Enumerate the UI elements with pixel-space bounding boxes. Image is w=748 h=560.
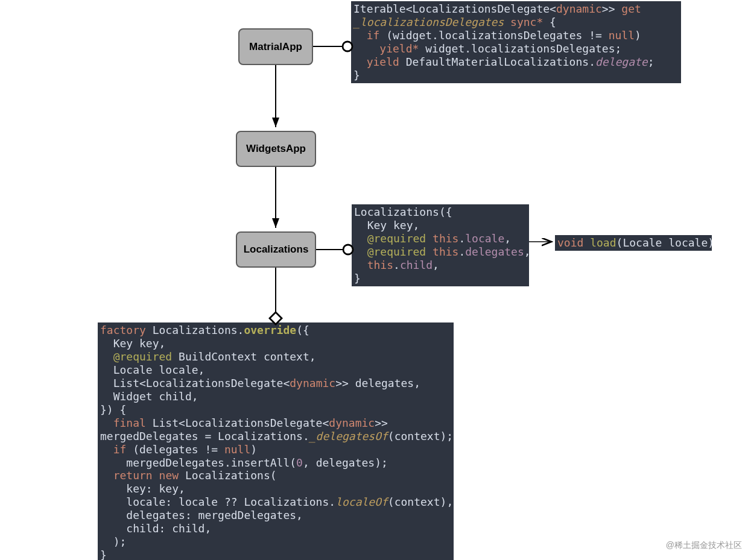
code-box-delegates: Iterable<LocalizationsDelegate<dynamic>>… <box>351 1 681 83</box>
code-box-constructor: Localizations({ Key key, @required this.… <box>352 204 529 286</box>
node-material-label: MatrialApp <box>249 41 302 53</box>
node-widgets-label: WidgetsApp <box>246 143 306 155</box>
node-material-app: MatrialApp <box>238 28 313 65</box>
watermark: @稀土掘金技术社区 <box>666 540 742 551</box>
node-localizations-label: Localizations <box>244 244 309 256</box>
node-localizations: Localizations <box>236 231 316 268</box>
node-widgets-app: WidgetsApp <box>236 131 316 167</box>
code-box-override: factory Localizations.override({ Key key… <box>98 322 454 560</box>
code-box-load: void load(Locale locale) <box>555 235 712 251</box>
